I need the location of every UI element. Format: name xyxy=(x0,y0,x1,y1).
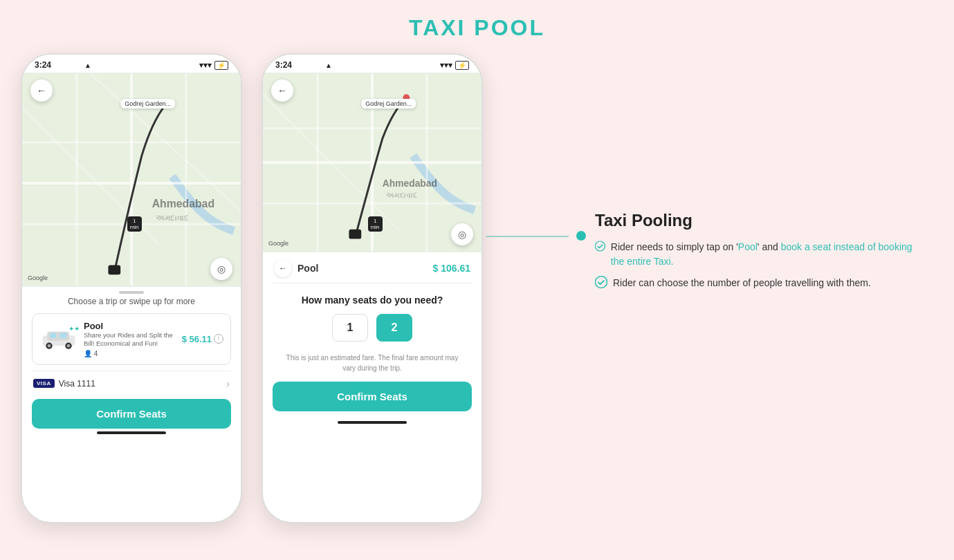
connector-line xyxy=(486,236,569,237)
seat-option-1[interactable]: 1 xyxy=(332,314,368,342)
back-arrow-icon-1: ← xyxy=(37,85,46,96)
page-title: TAXI POOL xyxy=(0,0,954,53)
svg-rect-15 xyxy=(50,333,56,338)
annotation-title: Taxi Pooling xyxy=(595,211,913,230)
pool-price: $ 56.11 xyxy=(182,334,212,344)
locate-button-2[interactable]: ◎ xyxy=(451,223,473,245)
locate-icon-1: ◎ xyxy=(217,263,226,274)
pool-info: Pool Share your Rides and Split the Bill… xyxy=(84,321,181,357)
status-bar-1: 3:24 ▲ ▾▾▾ ⚡ xyxy=(22,55,241,73)
seats-options: 1 2 xyxy=(273,314,472,342)
seats-panel: ← Pool $ 106.61 How many seats do you ne… xyxy=(263,252,481,418)
pool-card-1[interactable]: ✦✦ Pool Share your Rides and Split the B… xyxy=(32,313,231,365)
min-badge-2: 1min xyxy=(368,216,383,232)
info-icon[interactable]: i xyxy=(214,334,223,344)
fare-note: This is just an estimated fare. The fina… xyxy=(273,353,472,373)
back-arrow-seats-icon: ← xyxy=(279,263,287,273)
phone-2: 3:24 ▲ ▾▾▾ ⚡ Ahmedabad અમદાવ xyxy=(262,53,483,523)
map-1: Ahmedabad અમદાવાદ ← Godrej Garden... 1mi… xyxy=(22,73,241,287)
home-indicator-1 xyxy=(97,431,166,434)
annotation-dot xyxy=(576,231,586,241)
status-icons-1: ▾▾▾ ⚡ xyxy=(199,61,228,70)
seat-option-2[interactable]: 2 xyxy=(376,314,412,342)
seats-header-left: ← Pool xyxy=(274,259,318,277)
locate-icon-2: ◎ xyxy=(458,229,466,240)
location-icon-1: ▲ xyxy=(84,62,91,69)
wifi-icon-1: ▾▾▾ xyxy=(199,61,212,70)
annotation-item-1: Rider needs to simply tap on 'Pool' and … xyxy=(595,240,913,269)
status-icons-2: ▾▾▾ ⚡ xyxy=(440,61,469,70)
dest-label-1: Godrej Garden... xyxy=(120,99,175,109)
car-image-area: ✦✦ xyxy=(39,326,78,351)
svg-rect-12 xyxy=(108,265,120,274)
google-label-1: Google xyxy=(28,274,48,281)
check-icon-1 xyxy=(595,240,605,252)
svg-point-20 xyxy=(67,344,71,348)
back-button-seats[interactable]: ← xyxy=(274,259,292,277)
location-icon-2: ▲ xyxy=(325,62,332,69)
confirm-seats-button-1[interactable]: Confirm Seats xyxy=(32,399,231,429)
payment-label: Visa 1111 xyxy=(59,379,95,389)
svg-point-33 xyxy=(595,241,605,251)
svg-text:Ahmedabad: Ahmedabad xyxy=(383,178,437,189)
chevron-right-icon: › xyxy=(226,378,230,389)
swipe-bar-1 xyxy=(119,291,144,294)
seats-price: $ 106.61 xyxy=(433,263,471,274)
payment-row[interactable]: VISA Visa 1111 › xyxy=(32,371,231,396)
visa-badge: VISA xyxy=(33,379,55,388)
locate-button-1[interactable]: ◎ xyxy=(210,258,232,280)
annotation-item-2: Rider can choose the number of people tr… xyxy=(595,276,913,290)
back-arrow-icon-2: ← xyxy=(277,85,287,96)
pool-price-area: $ 56.11 i xyxy=(182,334,223,344)
confirm-seats-button-2[interactable]: Confirm Seats xyxy=(273,382,472,411)
battery-icon-2: ⚡ xyxy=(455,61,469,70)
min-badge-1: 1min xyxy=(127,216,142,232)
svg-text:Ahmedabad: Ahmedabad xyxy=(152,198,214,209)
seats-header: ← Pool $ 106.61 xyxy=(273,252,472,283)
pool-desc: Share your Rides and Split the Bill! Eco… xyxy=(84,331,181,348)
payment-left: VISA Visa 1111 xyxy=(33,379,95,389)
svg-rect-16 xyxy=(60,333,66,338)
svg-rect-32 xyxy=(349,230,361,239)
phone-1: 3:24 ▲ ▾▾▾ ⚡ xyxy=(21,53,242,523)
back-button-1[interactable]: ← xyxy=(30,80,53,102)
bottom-sheet-1: Choose a trip or swipe up for more xyxy=(22,297,241,429)
dest-label-2: Godrej Garden... xyxy=(361,99,416,109)
google-label-2: Google xyxy=(268,240,288,247)
pool-seats: 👤 4 xyxy=(84,350,181,357)
time-1: 3:24 xyxy=(35,60,51,70)
svg-text:અમદાવાદ: અમદાવાદ xyxy=(386,191,417,199)
svg-point-34 xyxy=(596,277,607,288)
battery-icon-1: ⚡ xyxy=(214,61,228,70)
annotation-panel: Taxi Pooling Rider needs to simply tap o… xyxy=(595,211,913,297)
pool-card-left: ✦✦ Pool Share your Rides and Split the B… xyxy=(39,321,181,357)
home-indicator-2 xyxy=(338,421,407,424)
check-icon-2 xyxy=(595,276,607,288)
annotation-text-1: Rider needs to simply tap on 'Pool' and … xyxy=(611,240,913,269)
svg-text:અમદાવાદ: અમદાવાદ xyxy=(156,213,189,223)
pool-label-seats: Pool xyxy=(297,263,318,274)
choose-trip-text: Choose a trip or swipe up for more xyxy=(32,297,231,306)
time-2: 3:24 xyxy=(275,60,292,70)
annotation-text-2: Rider can choose the number of people tr… xyxy=(613,276,871,290)
sparkle-icon: ✦✦ xyxy=(68,325,80,333)
pool-title: Pool xyxy=(84,321,181,331)
map-2: Ahmedabad અમદાવાદ ← Godrej Garden... 1mi… xyxy=(263,73,481,252)
status-bar-2: 3:24 ▲ ▾▾▾ ⚡ xyxy=(263,55,481,73)
svg-point-18 xyxy=(48,344,51,348)
back-button-2[interactable]: ← xyxy=(271,80,293,102)
wifi-icon-2: ▾▾▾ xyxy=(440,61,452,70)
seats-question: How many seats do you need? xyxy=(273,295,472,306)
